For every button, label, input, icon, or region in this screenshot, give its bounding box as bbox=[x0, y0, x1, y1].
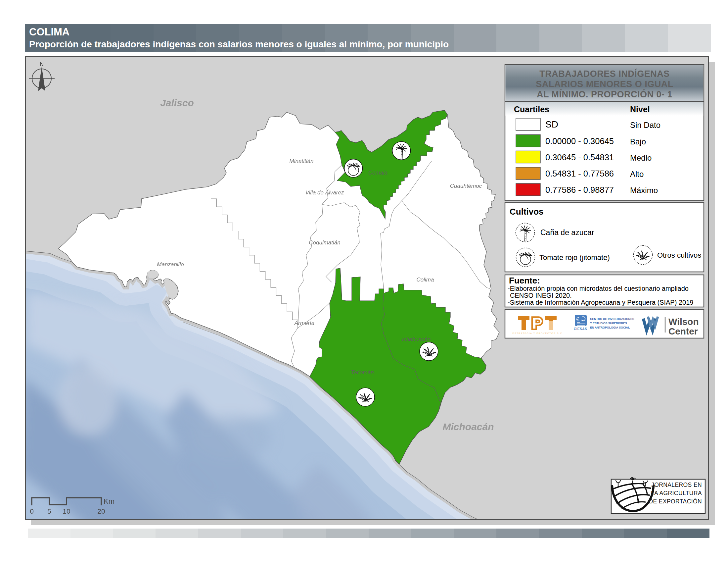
svg-text:Wilson: Wilson bbox=[668, 317, 699, 327]
svg-text:DE EXPORTACIÓN: DE EXPORTACIÓN bbox=[649, 498, 702, 505]
svg-text:Michoacán: Michoacán bbox=[442, 421, 494, 432]
svg-text:Otros cultivos: Otros cultivos bbox=[657, 251, 701, 259]
svg-text:5: 5 bbox=[47, 507, 51, 515]
svg-text:EN ANTROPOLOGÍA SOCIAL: EN ANTROPOLOGÍA SOCIAL bbox=[590, 326, 630, 329]
svg-text:Cuartiles: Cuartiles bbox=[514, 105, 549, 114]
svg-text:Cultivos: Cultivos bbox=[510, 207, 544, 216]
svg-text:Km: Km bbox=[104, 497, 114, 505]
svg-text:-Sistema de Información Agrope: -Sistema de Información Agropecuaria y P… bbox=[508, 299, 693, 306]
svg-text:AL MÍNIMO. PROPORCIÓN 0- 1: AL MÍNIMO. PROPORCIÓN 0- 1 bbox=[537, 89, 672, 99]
svg-text:Ixtlahuacán: Ixtlahuacán bbox=[402, 336, 431, 343]
svg-text:Máximo: Máximo bbox=[630, 186, 658, 195]
svg-text:Armería: Armería bbox=[294, 320, 314, 326]
svg-text:Manzanillo: Manzanillo bbox=[157, 261, 184, 267]
svg-text:LA AGRICULTURA: LA AGRICULTURA bbox=[651, 490, 702, 496]
svg-text:10: 10 bbox=[63, 507, 70, 515]
svg-text:Nivel: Nivel bbox=[630, 105, 650, 114]
svg-text:TRABAJADORES INDÍGENAS: TRABAJADORES INDÍGENAS bbox=[539, 69, 670, 79]
svg-text:Medio: Medio bbox=[630, 153, 652, 162]
svg-text:0: 0 bbox=[30, 507, 34, 515]
svg-text:ESTRATEGIA Y PROYECTOS S.C: ESTRATEGIA Y PROYECTOS S.C bbox=[513, 332, 563, 335]
svg-text:0.00000 - 0.30645: 0.00000 - 0.30645 bbox=[545, 136, 614, 146]
svg-text:20: 20 bbox=[97, 507, 105, 515]
svg-text:Fuente:: Fuente: bbox=[509, 275, 540, 286]
svg-text:CENTRO DE INVESTIGACIONES: CENTRO DE INVESTIGACIONES bbox=[590, 317, 634, 321]
svg-text:Y ESTUDIOS SUPERIORES: Y ESTUDIOS SUPERIORES bbox=[590, 322, 627, 325]
svg-text:0.54831 - 0.77586: 0.54831 - 0.77586 bbox=[545, 169, 614, 178]
svg-text:Tomate rojo (jitomate): Tomate rojo (jitomate) bbox=[539, 253, 610, 261]
svg-text:-Elaboración propia con microd: -Elaboración propia con microdatos del c… bbox=[508, 285, 689, 292]
svg-text:CENSO INEGI 2020.: CENSO INEGI 2020. bbox=[510, 292, 572, 299]
svg-text:Bajo: Bajo bbox=[630, 137, 646, 146]
svg-text:Minatitlán: Minatitlán bbox=[290, 158, 314, 164]
svg-text:0.30645 - 0.54831: 0.30645 - 0.54831 bbox=[545, 153, 614, 162]
svg-text:JORNALEROS EN: JORNALEROS EN bbox=[651, 482, 702, 488]
svg-text:Jalisco: Jalisco bbox=[160, 97, 194, 108]
svg-text:N: N bbox=[40, 61, 44, 67]
svg-text:Alto: Alto bbox=[630, 169, 644, 178]
svg-text:CIESAS: CIESAS bbox=[574, 327, 587, 331]
svg-text:Sin Dato: Sin Dato bbox=[630, 120, 660, 129]
svg-text:Caña de azucar: Caña de azucar bbox=[540, 228, 594, 237]
svg-text:Comala: Comala bbox=[368, 169, 388, 176]
svg-text:SD: SD bbox=[545, 119, 558, 129]
svg-text:SALARIOS MENORES O IGUAL: SALARIOS MENORES O IGUAL bbox=[536, 79, 673, 89]
svg-text:Center: Center bbox=[668, 326, 698, 337]
svg-text:Tecomán: Tecomán bbox=[351, 369, 374, 376]
svg-text:Colima: Colima bbox=[417, 276, 434, 283]
svg-text:Coquimatlán: Coquimatlán bbox=[309, 239, 340, 246]
svg-text:Villa de Álvarez: Villa de Álvarez bbox=[305, 189, 344, 196]
svg-text:Cuauhtémoc: Cuauhtémoc bbox=[450, 183, 482, 189]
svg-text:0.77586 - 0.98877: 0.77586 - 0.98877 bbox=[545, 185, 614, 194]
